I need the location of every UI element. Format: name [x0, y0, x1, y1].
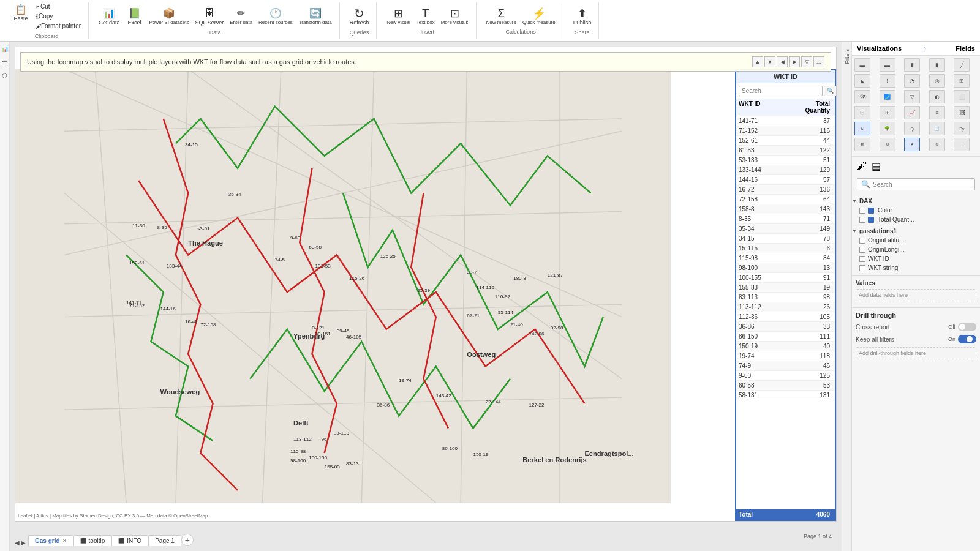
orig-lat-checkbox[interactable] [859, 238, 865, 244]
wkt-table-row[interactable]: 58-131131 [736, 391, 835, 400]
data-view-icon[interactable]: 🗃 [1, 58, 9, 66]
wkt-table-row[interactable]: 152-6144 [736, 136, 835, 146]
tab-close-gas-grid[interactable]: ✕ [62, 538, 67, 544]
wkt-table-row[interactable]: 16-72136 [736, 185, 835, 195]
wkt-table-row[interactable]: 158-8143 [736, 204, 835, 214]
tab-page1[interactable]: Page 1 [148, 535, 181, 546]
viz-custom2[interactable]: ★ [904, 138, 920, 151]
viz-area-chart[interactable]: ◣ [854, 74, 870, 88]
viz-treemap[interactable]: ⊞ [954, 74, 970, 88]
report-view-icon[interactable]: 📊 [1, 44, 9, 53]
wkt-table-row[interactable]: 150-1940 [736, 342, 835, 351]
cut-button[interactable]: ✂ Cut [33, 2, 83, 11]
wkt-table-row[interactable]: 83-11398 [736, 293, 835, 302]
tab-tooltip[interactable]: ⬛ tooltip [74, 535, 112, 546]
map-ctrl-up[interactable]: ▲ [752, 56, 763, 67]
dax-total-item[interactable]: Total Quant... [852, 215, 980, 224]
viz-scatter-chart[interactable]: ⁞ [880, 74, 895, 88]
drill-placeholder[interactable]: Add drill-through fields here [856, 347, 976, 359]
excel-button[interactable]: 📗 Excel [124, 6, 146, 27]
viz-gauge[interactable]: ◐ [929, 90, 945, 103]
recent-sources-button[interactable]: 🕐 Recent sources [256, 6, 295, 27]
get-data-button[interactable]: 📊 Get data [96, 6, 123, 27]
dax-total-checkbox[interactable] [859, 217, 865, 223]
values-placeholder[interactable]: Add data fields here [856, 289, 976, 301]
wkt-table-row[interactable]: 36-8633 [736, 322, 835, 332]
wkt-id-checkbox[interactable] [859, 256, 865, 262]
dax-color-checkbox[interactable] [859, 208, 865, 214]
model-view-icon[interactable]: ⬡ [1, 71, 9, 80]
map-ctrl-filter[interactable]: ▽ [801, 56, 812, 67]
viz-stacked-bar[interactable]: ▬ [880, 58, 895, 72]
viz-column-chart[interactable]: ▮ [904, 58, 920, 72]
new-visual-button[interactable]: ⊞ New visual [384, 6, 413, 26]
viz-matrix[interactable]: ⊞ [880, 106, 895, 119]
wkt-table-row[interactable]: 60-5853 [736, 381, 835, 391]
publish-button[interactable]: ⬆ Publish [571, 6, 594, 27]
viz-donut-chart[interactable]: ◎ [929, 74, 945, 88]
page-nav-left[interactable]: ◀ [15, 539, 20, 546]
cross-report-toggle[interactable] [958, 323, 976, 331]
viz-python[interactable]: Py [954, 122, 970, 135]
field-select-icon[interactable]: ▤ [872, 160, 881, 172]
wkt-table-row[interactable]: 19-74118 [736, 351, 835, 361]
wkt-table-row[interactable]: 74-946 [736, 361, 835, 371]
viz-paginated[interactable]: 📄 [929, 122, 945, 135]
wkt-table-row[interactable]: 141-7137 [736, 116, 835, 126]
wkt-table-row[interactable]: 112-36105 [736, 312, 835, 322]
wkt-search-input[interactable] [739, 86, 823, 96]
gasstations-section-header[interactable]: ▼ gasstations1 [852, 227, 980, 236]
add-page-button[interactable]: + [181, 534, 194, 546]
wkt-table-row[interactable]: 15-1156 [736, 244, 835, 253]
viz-line-chart[interactable]: ╱ [954, 58, 970, 72]
orig-long-item[interactable]: OriginLongi... [852, 245, 980, 254]
wkt-table-body[interactable]: 141-713771-152116152-614461-5312253-1335… [736, 116, 835, 509]
format-painter-button[interactable]: 🖌 Format painter [33, 21, 83, 31]
viz-stacked-col[interactable]: ▮ [929, 58, 945, 72]
viz-custom3[interactable]: ⊕ [929, 138, 945, 151]
tab-gas-grid[interactable]: Gas grid ✕ [28, 535, 74, 546]
filters-sidebar[interactable]: Filters [842, 42, 851, 551]
enter-data-button[interactable]: ✏ Enter data [227, 6, 255, 27]
transform-data-button[interactable]: 🔄 Transform data [296, 6, 334, 27]
viz-r[interactable]: R [854, 138, 870, 151]
wkt-table-row[interactable]: 72-15864 [736, 195, 835, 204]
quick-measure-button[interactable]: ⚡ Quick measure [520, 6, 558, 26]
map-ctrl-right[interactable]: ▶ [789, 56, 800, 67]
wkt-table-row[interactable]: 100-15591 [736, 273, 835, 283]
paste-button[interactable]: 📋 Paste [10, 2, 32, 31]
dax-section-header[interactable]: ▼ DAX [852, 197, 980, 206]
viz-table[interactable]: ⊟ [854, 106, 870, 119]
wkt-table-row[interactable]: 144-1657 [736, 175, 835, 185]
fields-search-input[interactable] [873, 181, 971, 188]
wkt-id-item[interactable]: WKT ID [852, 254, 980, 263]
viz-custom1[interactable]: ⚙ [880, 138, 895, 151]
viz-decomp[interactable]: 🌳 [880, 122, 895, 135]
viz-qa[interactable]: Q [904, 122, 920, 135]
viz-card[interactable]: ⬜ [954, 90, 970, 103]
wkt-string-item[interactable]: WKT string [852, 263, 980, 272]
more-visuals-button[interactable]: ⊡ More visuals [439, 6, 471, 26]
new-measure-button[interactable]: Σ New measure [484, 6, 519, 26]
viz-kpi[interactable]: 📈 [904, 106, 920, 119]
viz-pie-chart[interactable]: ◔ [904, 74, 920, 88]
dax-color-item[interactable]: Color [852, 206, 980, 215]
wkt-search-button[interactable]: 🔍 [824, 86, 837, 96]
orig-long-checkbox[interactable] [859, 247, 865, 253]
text-box-button[interactable]: T Text box [414, 6, 437, 26]
viz-map[interactable]: 🗺 [854, 90, 870, 103]
copy-button[interactable]: ⎘ Copy [33, 12, 83, 21]
wkt-table-row[interactable]: 155-8319 [736, 283, 835, 293]
map-ctrl-more[interactable]: … [813, 56, 824, 67]
sql-server-button[interactable]: 🗄 SQL Server [192, 6, 226, 27]
wkt-table-row[interactable]: 113-11226 [736, 302, 835, 312]
wkt-table-row[interactable]: 8-3571 [736, 214, 835, 224]
refresh-button[interactable]: ↻ Refresh [347, 6, 372, 27]
viz-ai[interactable]: AI [854, 122, 870, 135]
page-nav-right[interactable]: ▶ [21, 539, 26, 546]
viz-slicer[interactable]: ≡ [929, 106, 945, 119]
map-ctrl-down[interactable]: ▼ [764, 56, 775, 67]
wkt-table-row[interactable]: 34-1578 [736, 234, 835, 244]
wkt-table-row[interactable]: 115-9884 [736, 253, 835, 263]
wkt-table-row[interactable]: 9-60125 [736, 371, 835, 381]
